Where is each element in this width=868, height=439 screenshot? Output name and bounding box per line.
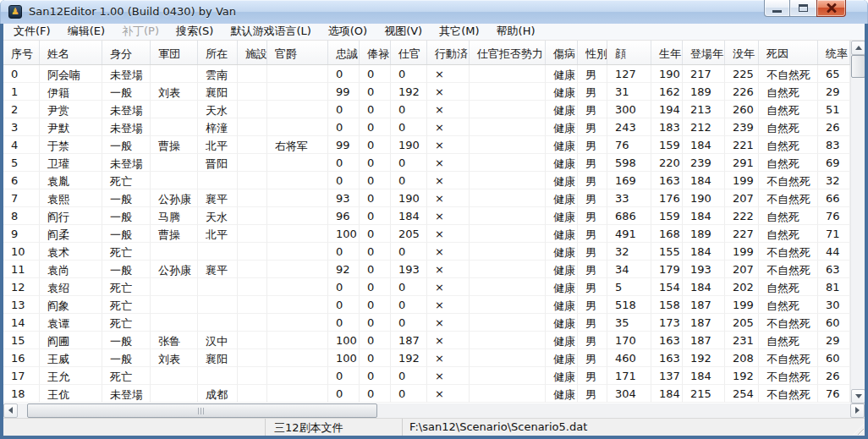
menu-item-edit[interactable]: 编辑(E) (59, 23, 113, 41)
cell-loyalty[interactable]: 99 (328, 83, 360, 101)
cell-status[interactable]: 死亡 (102, 243, 151, 261)
scroll-down-button[interactable] (851, 389, 865, 403)
cell-service-year[interactable]: 0 (391, 385, 427, 403)
horizontal-scrollbar[interactable] (3, 403, 865, 418)
cell-birth-year[interactable]: 163 (651, 332, 683, 349)
cell-leadership[interactable]: 83 (818, 136, 850, 154)
cell-acted[interactable]: × (427, 314, 470, 332)
cell-salary[interactable]: 0 (360, 154, 391, 172)
cell-leadership[interactable]: 69 (818, 154, 850, 172)
cell-faction[interactable] (151, 118, 198, 136)
table-row[interactable]: 14袁谭死亡000×健康男35173187205不自然死60 (3, 314, 865, 332)
cell-health[interactable]: 健康 (546, 225, 578, 243)
scroll-up-button[interactable] (851, 41, 865, 55)
column-header-death-year[interactable]: 没年 (725, 41, 759, 64)
cell-facility[interactable] (238, 172, 267, 189)
cell-death-year[interactable]: 231 (725, 332, 759, 349)
cell-debut-year[interactable]: 187 (683, 314, 725, 332)
table-row[interactable]: 17王允死亡000×健康男171137184192不自然死26 (3, 367, 865, 385)
table-row[interactable]: 0阿会喃未登場雲南000×健康男127190217225不自然死65 (3, 65, 865, 83)
cell-refuse-force[interactable] (470, 154, 546, 172)
column-header-leadership[interactable]: 统率 (818, 41, 850, 64)
column-header-birth-year[interactable]: 生年 (651, 41, 683, 64)
cell-salary[interactable]: 0 (360, 349, 391, 367)
cell-loyalty[interactable]: 0 (328, 367, 360, 385)
cell-leadership[interactable]: 29 (818, 332, 850, 349)
cell-salary[interactable]: 0 (360, 172, 391, 189)
table-row[interactable]: 18王伉未登場成都000×健康男304184215254不自然死76 (3, 385, 865, 403)
cell-death-cause[interactable]: 自然死 (759, 278, 818, 296)
cell-index[interactable]: 11 (3, 261, 40, 278)
menu-item-view[interactable]: 视图(V) (376, 23, 431, 41)
cell-name[interactable]: 卫瓘 (40, 154, 102, 172)
cell-index[interactable]: 18 (3, 385, 40, 403)
cell-salary[interactable]: 0 (360, 261, 391, 278)
cell-title[interactable] (267, 172, 328, 189)
cell-birth-year[interactable]: 183 (651, 118, 683, 136)
table-row[interactable]: 5卫瓘未登場晋阳000×健康男598220239291自然死69 (3, 154, 865, 172)
cell-health[interactable]: 健康 (546, 385, 578, 403)
cell-birth-year[interactable]: 184 (651, 385, 683, 403)
cell-refuse-force[interactable] (470, 367, 546, 385)
cell-facility[interactable] (238, 367, 267, 385)
cell-leadership[interactable]: 29 (818, 83, 850, 101)
table-row[interactable]: 7袁熙一般公孙康襄平930190×健康男33176190207不自然死66 (3, 189, 865, 207)
cell-loyalty[interactable]: 0 (328, 172, 360, 189)
cell-index[interactable]: 12 (3, 278, 40, 296)
cell-faction[interactable]: 公孙康 (151, 261, 198, 278)
cell-gender[interactable]: 男 (578, 385, 607, 403)
cell-death-year[interactable]: 226 (725, 83, 759, 101)
cell-name[interactable]: 于禁 (40, 136, 102, 154)
cell-death-cause[interactable]: 自然死 (759, 207, 818, 225)
cell-birth-year[interactable]: 220 (651, 154, 683, 172)
cell-faction[interactable] (151, 367, 198, 385)
table-row[interactable]: 12袁绍死亡000×健康男5154184202自然死81 (3, 278, 865, 296)
cell-debut-year[interactable]: 212 (683, 118, 725, 136)
cell-index[interactable]: 9 (3, 225, 40, 243)
column-header-death-cause[interactable]: 死因 (759, 41, 818, 64)
cell-debut-year[interactable]: 187 (683, 332, 725, 349)
cell-health[interactable]: 健康 (546, 314, 578, 332)
cell-facility[interactable] (238, 154, 267, 172)
cell-status[interactable]: 一般 (102, 261, 151, 278)
cell-death-cause[interactable]: 自然死 (759, 118, 818, 136)
cell-faction[interactable]: 马腾 (151, 207, 198, 225)
cell-refuse-force[interactable] (470, 101, 546, 118)
cell-name[interactable]: 阎行 (40, 207, 102, 225)
vertical-scrollbar[interactable] (850, 41, 865, 403)
cell-salary[interactable]: 0 (360, 65, 391, 83)
cell-facility[interactable] (238, 385, 267, 403)
cell-service-year[interactable]: 0 (391, 118, 427, 136)
cell-birth-year[interactable]: 158 (651, 296, 683, 314)
cell-location[interactable]: 天水 (198, 101, 238, 118)
cell-title[interactable] (267, 65, 328, 83)
cell-face[interactable]: 300 (607, 101, 651, 118)
cell-status[interactable]: 未登場 (102, 154, 151, 172)
cell-index[interactable]: 10 (3, 243, 40, 261)
cell-death-cause[interactable]: 不自然死 (759, 314, 818, 332)
column-header-gender[interactable]: 性別 (578, 41, 607, 64)
cell-death-cause[interactable]: 自然死 (759, 225, 818, 243)
cell-health[interactable]: 健康 (546, 349, 578, 367)
cell-facility[interactable] (238, 118, 267, 136)
cell-facility[interactable] (238, 136, 267, 154)
vertical-scrollbar-thumb[interactable] (851, 55, 865, 78)
cell-title[interactable] (267, 314, 328, 332)
cell-name[interactable]: 王允 (40, 367, 102, 385)
column-header-facility[interactable]: 施設 (238, 41, 267, 64)
cell-status[interactable]: 未登場 (102, 118, 151, 136)
cell-birth-year[interactable]: 159 (651, 207, 683, 225)
cell-salary[interactable]: 0 (360, 101, 391, 118)
cell-facility[interactable] (238, 349, 267, 367)
cell-face[interactable]: 171 (607, 367, 651, 385)
cell-death-year[interactable]: 291 (725, 154, 759, 172)
cell-debut-year[interactable]: 184 (683, 207, 725, 225)
cell-gender[interactable]: 男 (578, 349, 607, 367)
table-row[interactable]: 3尹默未登場梓潼000×健康男243183212239自然死26 (3, 118, 865, 136)
cell-debut-year[interactable]: 184 (683, 172, 725, 189)
cell-death-year[interactable]: 199 (725, 172, 759, 189)
cell-salary[interactable]: 0 (360, 314, 391, 332)
cell-faction[interactable] (151, 296, 198, 314)
cell-face[interactable]: 32 (607, 243, 651, 261)
cell-face[interactable]: 304 (607, 385, 651, 403)
